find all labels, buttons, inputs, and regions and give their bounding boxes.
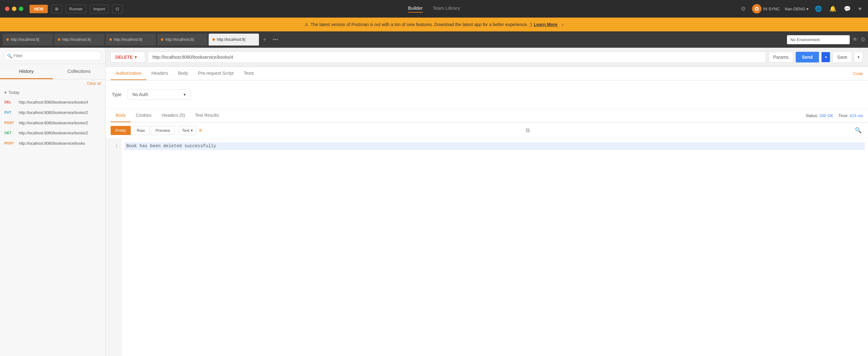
params-button[interactable]: Params [769, 52, 793, 63]
sidebar: 🔍 History Collections Clear all ▾ Today … [0, 48, 105, 356]
method-badge-get: GET [4, 131, 16, 135]
wrap-icon[interactable]: ≡ [199, 127, 203, 134]
learn-more-link[interactable]: Learn More [534, 22, 558, 27]
request-tab-4[interactable]: http://localhost:8( [157, 34, 208, 45]
history-item-5[interactable]: POST http://localhost:8080/bookservice/b… [0, 138, 105, 149]
tab-dot-3 [110, 38, 112, 41]
import-button[interactable]: Import [90, 5, 108, 13]
url-input[interactable] [148, 51, 766, 63]
today-group: ▾ Today DEL http://localhost:8080/bookse… [0, 87, 105, 151]
warning-icon: ⚠ [305, 22, 309, 27]
req-tab-tests[interactable]: Tests [239, 67, 259, 80]
tab-url-4: http://localhost:8( [165, 37, 204, 42]
close-button[interactable] [5, 7, 9, 11]
search-wrap: 🔍 [4, 51, 101, 61]
req-tab-pre-request[interactable]: Pre-request Script [193, 67, 239, 80]
copy-icon[interactable]: ⧉ [525, 126, 531, 135]
user-menu-button[interactable]: Nan DENG ▾ [785, 7, 809, 11]
resp-tab-headers[interactable]: Headers (5) [157, 109, 190, 122]
tab-url-5: http://localhost:8( [217, 37, 255, 42]
tab-url-3: http://localhost:8( [114, 37, 152, 42]
req-tab-body[interactable]: Body [173, 67, 193, 80]
eye-icon[interactable]: 👁 [852, 36, 858, 43]
settings-icon[interactable]: ⚙ [740, 4, 747, 13]
tab-dot-2 [58, 38, 60, 41]
save-button[interactable]: Save [833, 51, 852, 63]
history-url-1: http://localhost:8080/bookservice/books/… [19, 100, 88, 105]
response-body: 1 Book has been deleted successfully [105, 138, 868, 356]
maximize-button[interactable] [19, 7, 23, 11]
method-badge-del: DEL [4, 100, 16, 104]
search-response-icon[interactable]: 🔍 [854, 126, 863, 135]
today-header[interactable]: ▾ Today [0, 87, 105, 97]
tab-url-2: http://localhost:8( [62, 37, 100, 42]
history-item-4[interactable]: GET http://localhost:8080/bookservice/bo… [0, 128, 105, 138]
environment-select[interactable]: No Environment [787, 35, 850, 44]
history-item-3[interactable]: POST http://localhost:8080/bookservice/b… [0, 118, 105, 129]
request-tabs-row: http://localhost:8( http://localhost:8( … [0, 31, 868, 48]
resp-tab-body[interactable]: Body [111, 109, 131, 122]
type-chevron-icon: ▾ [191, 128, 193, 133]
runner-button[interactable]: Runner [66, 5, 86, 13]
send-dropdown-button[interactable]: ▾ [822, 52, 830, 62]
tab-team-library[interactable]: Team Library [433, 5, 460, 12]
response-line-1: Book has been deleted successfully [124, 142, 865, 150]
type-select[interactable]: Text ▾ [179, 126, 196, 135]
save-dropdown-button[interactable]: ▾ [855, 52, 863, 63]
gear-icon[interactable]: ⚙ [861, 36, 866, 43]
line-number-1: 1 [105, 142, 121, 149]
history-url-5: http://localhost:8080/bookservice/books [19, 141, 85, 146]
method-badge-post-2: POST [4, 141, 16, 145]
request-tab-5[interactable]: http://localhost:8( [209, 34, 259, 45]
time-value: 415 ms [849, 113, 863, 118]
history-url-2: http://localhost:8080/bookservice/books/… [19, 110, 88, 115]
method-badge-post-1: POST [4, 120, 16, 124]
titlebar-right: ⚙ IN SYNC Nan DENG ▾ 🌐 🔔 💬 ♥ [740, 4, 863, 13]
sidebar-tab-history[interactable]: History [0, 64, 53, 79]
method-badge-put: PUT [4, 110, 16, 114]
request-tab-3[interactable]: http://localhost:8( [105, 34, 156, 45]
method-select[interactable]: DELETE ▾ [111, 52, 145, 63]
add-tab-button[interactable]: + [260, 36, 269, 43]
sidebar-tabs: History Collections [0, 64, 105, 79]
history-item-2[interactable]: PUT http://localhost:8080/bookservice/bo… [0, 108, 105, 118]
auth-type-select[interactable]: No Auth ▾ [128, 89, 190, 100]
req-tab-authorization[interactable]: Authorization [111, 67, 147, 80]
tab-url-1: http://localhost:8( [11, 37, 49, 42]
tab-builder[interactable]: Builder [408, 5, 423, 12]
history-url-4: http://localhost:8080/bookservice/books/… [19, 131, 88, 136]
heart-icon[interactable]: ♥ [857, 4, 863, 13]
sidebar-tab-collections[interactable]: Collections [53, 64, 105, 79]
sync-area: IN SYNC [752, 4, 780, 13]
method-label: DELETE [115, 55, 133, 60]
response-tabs-row: Body Cookies Headers (5) Test Results St… [105, 109, 868, 122]
bell-icon[interactable]: 🔔 [828, 4, 838, 13]
globe-icon[interactable]: 🌐 [814, 4, 823, 13]
search-icon: 🔍 [7, 54, 12, 59]
response-body-bar: Pretty Raw Preview Text ▾ ≡ ⧉ 🔍 [105, 122, 868, 138]
format-raw-button[interactable]: Raw [132, 126, 150, 135]
request-tab-2[interactable]: http://localhost:8( [54, 34, 104, 45]
resp-tab-test-results[interactable]: Test Results [190, 109, 224, 122]
search-input[interactable] [4, 51, 101, 61]
resp-tab-cookies[interactable]: Cookies [131, 109, 157, 122]
request-tab-1[interactable]: http://localhost:8( [2, 34, 53, 45]
history-item-1[interactable]: DEL http://localhost:8080/bookservice/bo… [0, 97, 105, 108]
format-preview-button[interactable]: Preview [151, 126, 175, 135]
update-banner: ⚠ The latest version of Postman is out w… [0, 17, 868, 31]
format-pretty-button[interactable]: Pretty [111, 126, 131, 135]
code-link[interactable]: Code [853, 71, 863, 76]
auth-chevron-icon: ▾ [184, 92, 186, 97]
send-button[interactable]: Send [796, 52, 819, 63]
chevron-down-icon: ▾ [4, 90, 7, 95]
clear-all-button[interactable]: Clear all [0, 79, 105, 87]
req-tab-headers[interactable]: Headers [147, 67, 173, 80]
minimize-button[interactable] [12, 7, 16, 11]
new-button[interactable]: NEW [30, 5, 48, 13]
chat-icon[interactable]: 💬 [842, 4, 852, 13]
new-tab-button[interactable]: ⊡ [112, 5, 123, 13]
more-tabs-button[interactable]: ••• [270, 37, 281, 42]
sidebar-toggle-button[interactable]: ⊞ [52, 5, 62, 13]
request-bar: DELETE ▾ Params Send ▾ Save ▾ [105, 48, 868, 67]
auth-type-value: No Auth [132, 92, 148, 97]
